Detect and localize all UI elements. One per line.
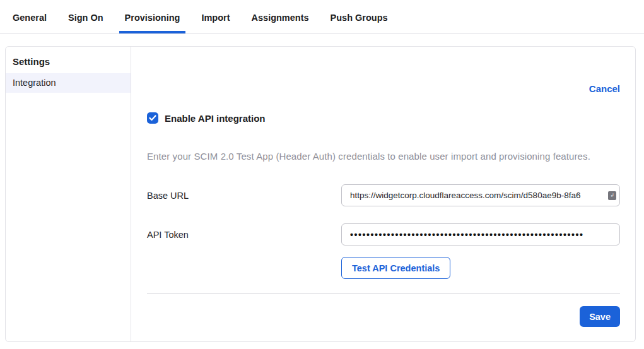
base-url-input-wrap: ↲ (341, 184, 620, 206)
tab-assignments[interactable]: Assignments (246, 2, 315, 33)
base-url-input[interactable] (341, 184, 620, 206)
base-url-label: Base URL (147, 191, 341, 201)
settings-sidebar: Settings Integration (6, 47, 131, 341)
app-tab-bar: General Sign On Provisioning Import Assi… (0, 0, 644, 34)
footer-divider (147, 293, 620, 294)
test-credentials-row: Test API Credentials (147, 257, 620, 279)
base-url-row: Base URL ↲ (147, 184, 620, 206)
tab-push-groups[interactable]: Push Groups (325, 2, 394, 33)
api-token-row: API Token (147, 223, 620, 245)
tab-general[interactable]: General (7, 2, 52, 33)
save-button[interactable]: Save (580, 306, 620, 327)
sidebar-item-integration[interactable]: Integration (6, 73, 131, 93)
checkmark-icon (149, 115, 156, 121)
tab-sign-on[interactable]: Sign On (62, 2, 109, 33)
credentials-description: Enter your SCIM 2.0 Test App (Header Aut… (147, 151, 620, 162)
provisioning-card: Settings Integration Cancel Enable API i… (5, 46, 636, 342)
enable-api-integration-checkbox[interactable] (147, 112, 158, 124)
tab-import[interactable]: Import (196, 2, 235, 33)
test-api-credentials-button[interactable]: Test API Credentials (341, 257, 450, 279)
tab-provisioning[interactable]: Provisioning (119, 2, 186, 33)
enable-api-integration-label: Enable API integration (165, 113, 265, 124)
save-row: Save (147, 306, 620, 327)
api-token-input-wrap (341, 223, 620, 245)
sidebar-heading-settings: Settings (6, 53, 131, 73)
enable-api-integration-row: Enable API integration (147, 112, 620, 124)
api-token-input[interactable] (341, 223, 620, 245)
api-token-label: API Token (147, 230, 341, 240)
cancel-row: Cancel (147, 83, 620, 94)
integration-panel: Cancel Enable API integration Enter your… (131, 47, 635, 341)
cancel-link[interactable]: Cancel (589, 83, 620, 94)
